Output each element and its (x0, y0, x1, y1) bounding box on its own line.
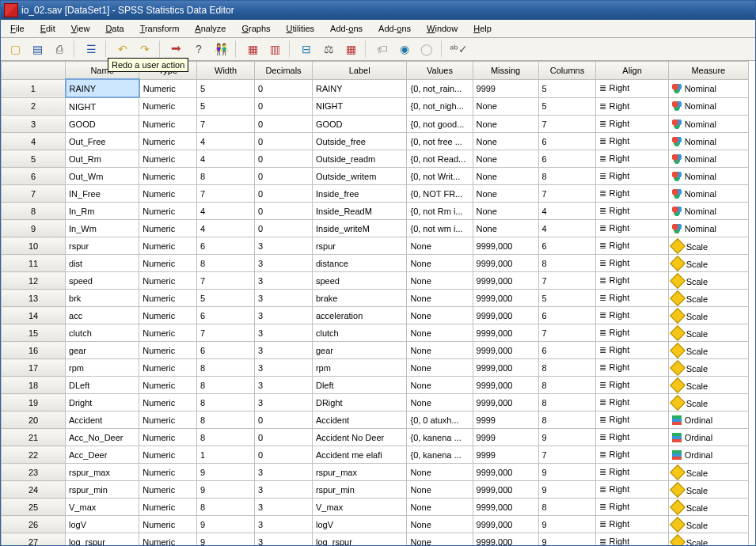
cell-width[interactable]: 8 (197, 377, 255, 394)
cell-type[interactable]: Numeric (139, 499, 197, 516)
cell-missing[interactable]: None (473, 203, 538, 220)
cell-label[interactable]: Accident No Deer (312, 429, 407, 446)
cell-missing[interactable]: 9999,000 (473, 342, 538, 359)
print-icon[interactable]: ⎙ (50, 40, 69, 59)
cell-missing[interactable]: 9999,000 (473, 377, 538, 394)
cell-name[interactable]: Accident (66, 411, 139, 429)
cell-measure[interactable]: Nominal (668, 116, 748, 133)
cell-columns[interactable]: 4 (538, 220, 596, 237)
cell-label[interactable]: speed (312, 272, 407, 290)
hdr-values[interactable]: Values (407, 62, 473, 80)
cell-columns[interactable]: 8 (538, 359, 596, 377)
cell-type[interactable]: Numeric (139, 307, 197, 324)
cell-name[interactable]: V_max (66, 499, 139, 516)
cell-decimals[interactable]: 3 (255, 533, 313, 546)
cell-label[interactable]: Inside_writeM (312, 220, 407, 237)
cell-values[interactable]: None (407, 464, 473, 481)
cell-width[interactable]: 7 (197, 272, 255, 290)
cell-decimals[interactable]: 3 (255, 464, 313, 481)
cell-missing[interactable]: 9999,000 (473, 394, 538, 411)
cell-measure[interactable]: Nominal (668, 203, 748, 220)
cell-missing[interactable]: 9999 (473, 446, 538, 464)
cell-align[interactable]: Right (596, 237, 668, 255)
row-header[interactable]: 6 (2, 168, 66, 185)
cell-decimals[interactable]: 3 (255, 324, 313, 342)
cell-missing[interactable]: None (473, 220, 538, 237)
cell-name[interactable]: rpm (66, 359, 139, 377)
dialog-recall-icon[interactable]: ☰ (82, 40, 101, 59)
cell-align[interactable]: Right (596, 429, 668, 446)
value-labels-icon[interactable]: 🏷 (373, 40, 392, 59)
cell-columns[interactable]: 8 (538, 255, 596, 272)
cell-label[interactable]: Outside_writem (312, 168, 407, 185)
cell-label[interactable]: Dleft (312, 377, 407, 394)
spellcheck-icon[interactable]: ᵃᵇ✓ (449, 40, 468, 59)
cell-columns[interactable]: 6 (538, 342, 596, 359)
row-header[interactable]: 25 (2, 499, 66, 516)
cell-name[interactable]: GOOD (66, 116, 139, 133)
cell-type[interactable]: Numeric (139, 359, 197, 377)
cell-name[interactable]: Out_Rm (66, 150, 139, 168)
cell-width[interactable]: 9 (197, 516, 255, 533)
cell-columns[interactable]: 7 (538, 324, 596, 342)
cell-align[interactable]: Right (596, 411, 668, 429)
cell-align[interactable]: Right (596, 97, 668, 116)
cell-decimals[interactable]: 3 (255, 481, 313, 499)
cell-values[interactable]: None (407, 237, 473, 255)
cell-label[interactable]: Outside_readm (312, 150, 407, 168)
cell-name[interactable]: brk (66, 290, 139, 307)
row-header[interactable]: 22 (2, 446, 66, 464)
cell-align[interactable]: Right (596, 116, 668, 133)
cell-width[interactable]: 4 (197, 220, 255, 237)
menu-utilities[interactable]: Utilities (282, 22, 319, 35)
cell-columns[interactable]: 4 (538, 203, 596, 220)
cell-align[interactable]: Right (596, 359, 668, 377)
cell-name[interactable]: rspur_min (66, 481, 139, 499)
cell-name[interactable]: acc (66, 307, 139, 324)
cell-type[interactable]: Numeric (139, 150, 197, 168)
row-header[interactable]: 17 (2, 359, 66, 377)
cell-measure[interactable]: Scale (668, 272, 748, 290)
cell-name[interactable]: rspur_max (66, 464, 139, 481)
hdr-label[interactable]: Label (312, 62, 407, 80)
cell-type[interactable]: Numeric (139, 203, 197, 220)
cell-align[interactable]: Right (596, 133, 668, 150)
cell-values[interactable]: None (407, 272, 473, 290)
cell-width[interactable]: 8 (197, 394, 255, 411)
cell-width[interactable]: 9 (197, 533, 255, 546)
cell-type[interactable]: Numeric (139, 377, 197, 394)
cell-measure[interactable]: Scale (668, 324, 748, 342)
menu-analyze[interactable]: Analyze (190, 22, 230, 35)
cell-label[interactable]: gear (312, 342, 407, 359)
cell-width[interactable]: 9 (197, 464, 255, 481)
cell-measure[interactable]: Nominal (668, 97, 748, 116)
cell-measure[interactable]: Scale (668, 307, 748, 324)
cell-align[interactable]: Right (596, 464, 668, 481)
cell-type[interactable]: Numeric (139, 79, 197, 97)
hdr-width[interactable]: Width (197, 62, 255, 80)
open-icon[interactable]: ▢ (6, 40, 25, 59)
cell-measure[interactable]: Scale (668, 359, 748, 377)
cell-type[interactable]: Numeric (139, 185, 197, 203)
row-header[interactable]: 9 (2, 220, 66, 237)
cell-columns[interactable]: 9 (538, 533, 596, 546)
cell-width[interactable]: 8 (197, 168, 255, 185)
cell-columns[interactable]: 6 (538, 237, 596, 255)
cell-label[interactable]: Inside_ReadM (312, 203, 407, 220)
cell-align[interactable]: Right (596, 185, 668, 203)
row-header[interactable]: 24 (2, 481, 66, 499)
row-header[interactable]: 15 (2, 324, 66, 342)
row-header[interactable]: 14 (2, 307, 66, 324)
cell-columns[interactable]: 8 (538, 377, 596, 394)
cell-decimals[interactable]: 0 (255, 203, 313, 220)
cell-missing[interactable]: None (473, 116, 538, 133)
cell-values[interactable]: None (407, 342, 473, 359)
cell-name[interactable]: In_Rm (66, 203, 139, 220)
cell-type[interactable]: Numeric (139, 516, 197, 533)
cell-decimals[interactable]: 0 (255, 220, 313, 237)
cell-measure[interactable]: Scale (668, 481, 748, 499)
cell-measure[interactable]: Scale (668, 377, 748, 394)
cell-type[interactable]: Numeric (139, 533, 197, 546)
cell-columns[interactable]: 6 (538, 150, 596, 168)
cell-width[interactable]: 7 (197, 324, 255, 342)
